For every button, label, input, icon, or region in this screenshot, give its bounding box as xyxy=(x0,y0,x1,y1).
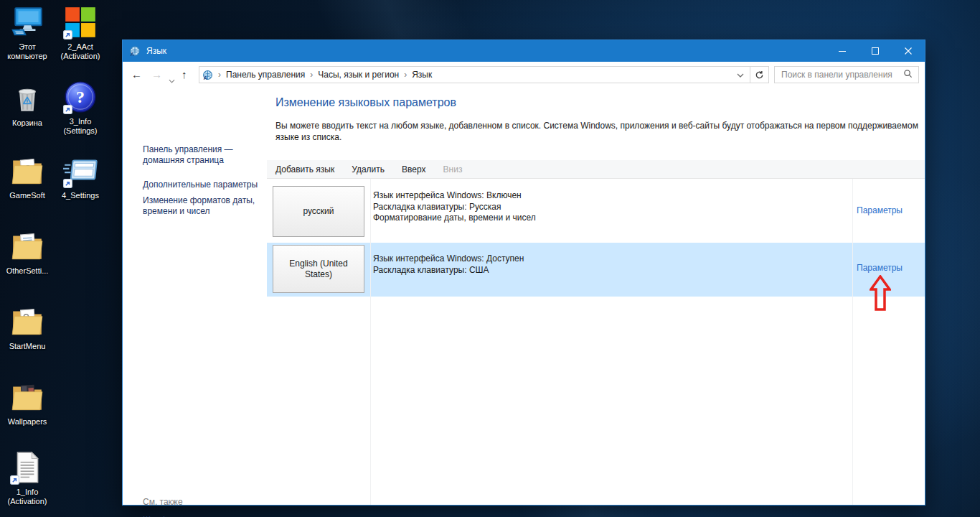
help-icon: ? xyxy=(62,79,98,115)
desktop-icon-label: 4_Settings xyxy=(54,191,107,200)
up-button[interactable]: ↑ xyxy=(182,67,187,82)
sidebar-link-change-date-time-formats[interactable]: Изменение форматов даты, времени и чисел xyxy=(143,195,263,217)
computer-icon xyxy=(9,4,45,40)
column-separator xyxy=(370,179,371,505)
language-globe-icon: A xyxy=(129,45,141,57)
desktop-icon-startmenu[interactable]: StartMenu xyxy=(1,304,54,351)
desktop-icon-3-info[interactable]: ? 3_Info (Settings) xyxy=(54,79,107,136)
language-details-english: Язык интерфейса Windows: Доступен Раскла… xyxy=(373,253,524,276)
sidebar-link-advanced-settings[interactable]: Дополнительные параметры xyxy=(143,180,263,190)
desktop-icon-label: Wallpapers xyxy=(1,417,54,427)
language-tile-russian[interactable]: русский xyxy=(273,186,364,237)
detail-line: Форматирование даты, времени и чисел xyxy=(373,213,536,224)
shortcut-arrow-icon xyxy=(10,475,19,485)
refresh-button[interactable] xyxy=(750,66,769,83)
search-input[interactable] xyxy=(775,70,903,80)
column-separator xyxy=(852,179,853,505)
svg-text:?: ? xyxy=(76,88,85,106)
language-details-russian: Язык интерфейса Windows: Включен Расклад… xyxy=(373,190,536,224)
detail-line: Язык интерфейса Windows: Включен xyxy=(373,190,536,202)
language-globe-icon: A xyxy=(202,70,213,80)
folder-images-icon xyxy=(9,379,45,415)
detail-line: Раскладка клавиатуры: США xyxy=(373,265,524,276)
title-bar: A Язык xyxy=(123,40,925,62)
desktop-icon-1-info[interactable]: 1_Info (Activation) xyxy=(1,450,54,506)
search-icon[interactable] xyxy=(903,68,913,81)
history-dropdown-icon[interactable] xyxy=(169,73,175,86)
minimize-button[interactable] xyxy=(826,40,859,62)
move-up-button[interactable]: Вверх xyxy=(402,164,425,174)
language-control-panel-window: A Язык ← → ↑ xyxy=(122,39,925,506)
recycle-bin-icon xyxy=(9,80,45,116)
annotation-arrow-up-icon xyxy=(870,275,891,311)
folder-icon xyxy=(9,153,45,189)
sidebar-link-control-panel-home[interactable]: Панель управления — домашняя страница xyxy=(143,144,263,166)
desktop-icon-gamesoft[interactable]: GameSoft xyxy=(1,153,54,200)
desktop-icon-label: OtherSetti... xyxy=(1,266,54,276)
breadcrumb-separator: › xyxy=(404,70,407,80)
add-language-button[interactable]: Добавить язык xyxy=(275,164,334,174)
breadcrumb-separator: › xyxy=(310,70,313,80)
desktop-icon-2-aact[interactable]: 2_AAct (Activation) xyxy=(54,4,107,61)
options-link-english[interactable]: Параметры xyxy=(857,263,903,273)
desktop-icon-wallpapers[interactable]: Wallpapers xyxy=(1,379,54,427)
detail-line: Раскладка клавиатуры: Русская xyxy=(373,202,536,213)
window-content: Панель управления — домашняя страница До… xyxy=(123,88,925,505)
desktop-icon-label: 2_AAct (Activation) xyxy=(54,42,107,61)
windows-logo-icon xyxy=(62,4,98,40)
language-tile-english[interactable]: English (United States) xyxy=(273,245,364,293)
desktop-icon-othersettings[interactable]: OtherSetti... xyxy=(1,228,54,276)
breadcrumb-separator: › xyxy=(218,70,221,80)
desktop: Этот компьютер 2_AAct (Activation) xyxy=(0,0,980,517)
main-pane: Изменение языковых параметров Вы можете … xyxy=(267,88,925,505)
desktop-icon-label: StartMenu xyxy=(1,342,54,351)
shortcut-arrow-icon xyxy=(63,179,72,188)
breadcrumb-control-panel[interactable]: Панель управления xyxy=(226,70,305,80)
selected-row-highlight xyxy=(267,243,925,297)
see-also-header: См. также xyxy=(143,497,183,507)
options-link-russian[interactable]: Параметры xyxy=(857,205,903,215)
page-description: Вы можете вводить текст на любом языке, … xyxy=(275,121,925,143)
breadcrumb-language[interactable]: Язык xyxy=(412,70,432,80)
svg-text:A: A xyxy=(203,75,207,80)
window-title: Язык xyxy=(146,46,166,56)
address-bar: ← → ↑ A › Панель управления › Часы, язык… xyxy=(123,62,925,88)
address-breadcrumb-box[interactable]: A › Панель управления › Часы, язык и рег… xyxy=(199,66,750,83)
page-title: Изменение языковых параметров xyxy=(275,96,456,109)
sidebar: Панель управления — домашняя страница До… xyxy=(123,88,267,505)
desktop-icon-label: Корзина xyxy=(1,118,54,128)
desktop-icon-4-settings[interactable]: 4_Settings xyxy=(54,153,107,200)
back-button[interactable]: ← xyxy=(131,67,142,82)
search-box xyxy=(774,66,919,83)
desktop-icon-this-pc[interactable]: Этот компьютер xyxy=(1,4,54,61)
maximize-button[interactable] xyxy=(859,40,892,62)
shortcut-arrow-icon xyxy=(63,105,72,114)
shortcut-arrow-icon xyxy=(63,30,72,39)
svg-text:A: A xyxy=(131,51,135,57)
desktop-icon-label: Этот компьютер xyxy=(1,42,54,61)
breadcrumb-clock-language-region[interactable]: Часы, язык и регион xyxy=(318,70,399,80)
text-document-icon xyxy=(9,450,45,485)
settings-app-icon xyxy=(62,153,98,189)
address-dropdown-icon[interactable] xyxy=(737,70,744,80)
language-list-toolbar: Добавить язык Удалить Вверх Вниз xyxy=(267,160,925,179)
desktop-icon-label: 1_Info (Activation) xyxy=(1,488,54,506)
move-down-button: Вниз xyxy=(443,164,463,174)
desktop-icon-label: GameSoft xyxy=(1,191,54,200)
forward-button[interactable]: → xyxy=(151,67,162,82)
desktop-icon-recycle-bin[interactable]: Корзина xyxy=(1,80,54,128)
desktop-icon-label: 3_Info (Settings) xyxy=(54,117,107,136)
folder-gear-icon xyxy=(9,304,45,340)
close-button[interactable] xyxy=(892,40,925,62)
remove-language-button[interactable]: Удалить xyxy=(352,164,385,174)
detail-line: Язык интерфейса Windows: Доступен xyxy=(373,253,524,265)
folder-documents-icon xyxy=(9,228,45,264)
language-list: русский Язык интерфейса Windows: Включен… xyxy=(267,179,925,505)
